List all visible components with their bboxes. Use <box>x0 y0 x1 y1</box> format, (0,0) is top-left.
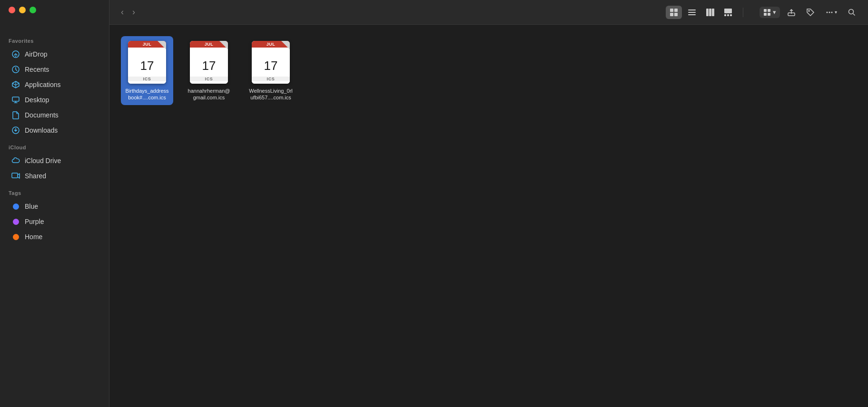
svg-rect-23 <box>768 13 770 16</box>
tag-dot-purple <box>13 219 19 225</box>
svg-point-26 <box>827 11 828 13</box>
sidebar-item-label-applications: Applications <box>25 81 61 88</box>
group-chevron: ▾ <box>773 9 776 16</box>
sidebar-item-home[interactable]: Home <box>3 230 106 244</box>
traffic-lights <box>9 7 36 13</box>
gallery-view-button[interactable] <box>720 6 736 19</box>
svg-point-28 <box>831 11 833 13</box>
svg-rect-5 <box>12 173 18 178</box>
sidebar-item-label-documents: Documents <box>25 111 59 119</box>
svg-rect-16 <box>724 9 732 13</box>
svg-rect-18 <box>727 14 729 16</box>
file-icon-wellness: JUL 17 ICS <box>252 41 290 84</box>
sidebar-item-blue[interactable]: Blue <box>3 199 106 213</box>
svg-rect-11 <box>688 12 696 13</box>
documents-icon <box>11 111 20 119</box>
more-button[interactable]: ▾ <box>822 6 840 19</box>
svg-rect-10 <box>688 10 696 10</box>
svg-point-25 <box>809 10 809 11</box>
sidebar-section-favorites: Favorites <box>0 31 109 47</box>
sidebar-item-label-downloads: Downloads <box>25 126 58 134</box>
columns-view-button[interactable] <box>702 6 718 19</box>
applications-icon <box>11 80 20 89</box>
more-icon <box>825 8 834 17</box>
tag-icon <box>806 8 815 17</box>
sidebar-section-icloud: iCloud <box>0 138 109 153</box>
toolbar-divider <box>743 8 743 17</box>
maximize-button[interactable] <box>30 7 36 13</box>
sidebar-item-label-purple: Purple <box>25 218 44 225</box>
toolbar-right-actions: ▾ ▾ <box>760 6 859 19</box>
recents-icon <box>11 65 20 74</box>
svg-rect-22 <box>764 13 767 16</box>
svg-rect-17 <box>724 14 726 16</box>
svg-rect-3 <box>12 97 19 101</box>
file-item-gmail[interactable]: JUL 17 ICS hannahrherman@gmail.com.ics <box>183 36 235 105</box>
sidebar-item-label-home: Home <box>25 233 42 241</box>
sidebar-item-label-desktop: Desktop <box>25 96 49 104</box>
sidebar-item-documents[interactable]: Documents <box>3 108 106 122</box>
file-item-wellness[interactable]: JUL 17 ICS WellnessLiving_0rlufbi657....… <box>245 36 297 105</box>
sidebar-item-label-shared: Shared <box>25 172 46 180</box>
main-area: ‹ › <box>109 0 868 407</box>
svg-rect-13 <box>706 9 709 16</box>
svg-point-1 <box>15 56 16 57</box>
sidebar-item-label-blue: Blue <box>25 203 38 210</box>
list-view-button[interactable] <box>684 6 700 19</box>
share-button[interactable] <box>784 6 799 19</box>
tag-dot-blue <box>13 204 19 210</box>
desktop-icon <box>11 96 20 104</box>
svg-rect-12 <box>688 14 696 15</box>
svg-point-29 <box>849 9 854 14</box>
tag-dot-home <box>13 234 19 240</box>
svg-rect-7 <box>674 9 678 12</box>
sidebar-item-shared[interactable]: Shared <box>3 169 106 183</box>
sidebar-item-label-icloud-drive: iCloud Drive <box>25 157 61 165</box>
file-name-birthdays: Birthdays_addressbook#....com.ics <box>125 87 169 101</box>
sidebar-item-recents[interactable]: Recents <box>3 62 106 77</box>
svg-rect-15 <box>712 9 714 16</box>
svg-rect-6 <box>670 9 673 12</box>
file-icon-birthdays: JUL 17 ICS <box>128 41 166 84</box>
airdrop-icon <box>11 50 20 58</box>
sidebar-item-purple[interactable]: Purple <box>3 214 106 229</box>
back-button[interactable]: ‹ <box>118 6 127 18</box>
forward-button[interactable]: › <box>129 6 138 18</box>
sidebar-item-icloud-drive[interactable]: iCloud Drive <box>3 154 106 168</box>
tag-button[interactable] <box>803 6 818 19</box>
sidebar-item-downloads[interactable]: Downloads <box>3 123 106 137</box>
more-chevron: ▾ <box>835 10 837 15</box>
svg-rect-8 <box>670 13 673 16</box>
gallery-icon <box>724 8 732 17</box>
home-icon <box>11 233 20 241</box>
search-icon <box>848 8 856 17</box>
file-icon-gmail: JUL 17 ICS <box>190 41 228 84</box>
sidebar-item-label-airdrop: AirDrop <box>25 50 47 58</box>
share-icon <box>787 8 796 17</box>
svg-rect-9 <box>674 13 678 16</box>
group-button[interactable]: ▾ <box>760 7 780 18</box>
grid-view-button[interactable] <box>666 6 682 19</box>
file-item-birthdays[interactable]: JUL 17 ICS Birthdays_addressbook#....com… <box>121 36 173 105</box>
purple-icon <box>11 217 20 226</box>
nav-buttons: ‹ › <box>118 6 138 18</box>
svg-rect-19 <box>730 14 732 16</box>
file-name-gmail: hannahrherman@gmail.com.ics <box>187 87 231 101</box>
sidebar-item-airdrop[interactable]: AirDrop <box>3 47 106 61</box>
columns-icon <box>706 8 714 17</box>
sidebar-item-label-recents: Recents <box>25 66 49 73</box>
shared-icon <box>11 172 20 180</box>
sidebar-item-desktop[interactable]: Desktop <box>3 93 106 107</box>
file-content: JUL 17 ICS Birthdays_addressbook#....com… <box>109 25 868 407</box>
grid-icon <box>670 8 678 17</box>
file-name-wellness: WellnessLiving_0rlufbi657....com.ics <box>248 87 293 101</box>
svg-rect-14 <box>709 9 711 16</box>
blue-icon <box>11 202 20 211</box>
search-button[interactable] <box>844 6 859 19</box>
sidebar-item-applications[interactable]: Applications <box>3 78 106 92</box>
close-button[interactable] <box>9 7 15 13</box>
list-icon <box>688 8 696 17</box>
svg-rect-21 <box>768 9 770 12</box>
icloud-icon <box>11 156 20 165</box>
minimize-button[interactable] <box>19 7 26 13</box>
